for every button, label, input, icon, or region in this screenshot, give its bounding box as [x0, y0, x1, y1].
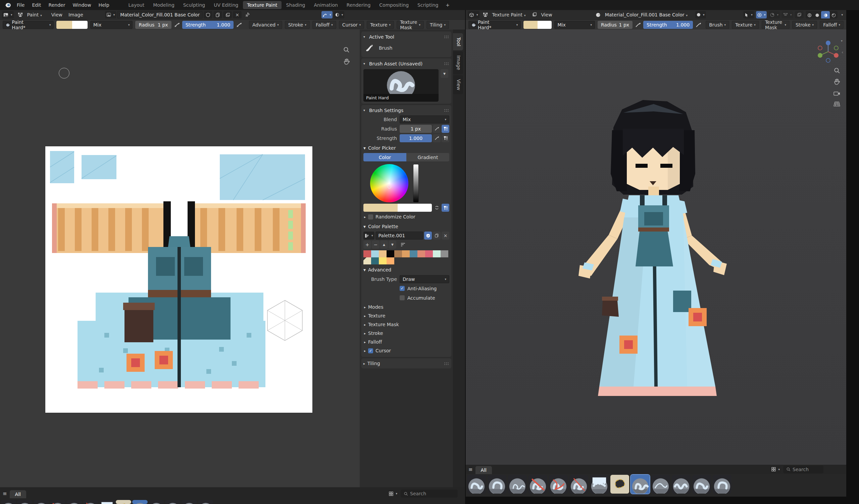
panel-header-brush-asset[interactable]: ▾Brush Asset (Unsaved) — [363, 59, 449, 68]
ie-shelf-tab-all[interactable]: All — [10, 490, 26, 498]
fake-user-shield-icon[interactable] — [204, 11, 212, 18]
radius-pressure-icon[interactable] — [635, 22, 641, 28]
picker-color-bar[interactable] — [363, 204, 432, 212]
menu-render[interactable]: Render — [45, 0, 69, 10]
subpanel-header-texture[interactable]: ▸Texture — [363, 311, 449, 320]
menu-edit[interactable]: Edit — [28, 0, 45, 10]
overlays-toggle[interactable]: ▾ — [334, 11, 345, 18]
vp-radius-slider[interactable]: Radius1 px — [598, 21, 633, 29]
shading-material-icon[interactable] — [821, 11, 830, 18]
radius-slider[interactable]: 1 px — [400, 125, 432, 133]
workspace-tab-scripting[interactable]: Scripting — [413, 1, 442, 9]
navigation-gizmo[interactable] — [815, 39, 841, 64]
palette-swatch[interactable] — [402, 250, 410, 257]
brush-asset-slash[interactable] — [50, 500, 65, 504]
overlap-squares-icon[interactable] — [795, 11, 804, 18]
shading-rendered-icon[interactable] — [830, 11, 838, 18]
workspace-tab-shading[interactable]: Shading — [282, 1, 310, 9]
brush-asset-soft-blob[interactable] — [198, 500, 213, 504]
popover-brush[interactable]: Brush▾ — [706, 21, 729, 29]
brush-asset-hard-squiggle-selected[interactable] — [631, 475, 650, 493]
brush-asset-pen-scratch[interactable] — [33, 500, 49, 504]
brush-asset-wave[interactable] — [672, 475, 691, 493]
value-slider[interactable] — [413, 164, 419, 202]
workspace-tab-modeling[interactable]: Modeling — [149, 1, 179, 9]
brush-asset-soft-blob[interactable] — [713, 475, 732, 493]
popover-advanced[interactable]: Advanced▾ — [249, 21, 282, 29]
brush-asset-lasso[interactable] — [611, 475, 629, 493]
palette-add-button[interactable]: + — [363, 241, 371, 249]
vp-shelf-search-input[interactable]: Search — [783, 465, 824, 473]
brush-asset-soft-scribble[interactable] — [182, 500, 197, 504]
workspace-tab-compositing[interactable]: Compositing — [375, 1, 413, 9]
texture-canvas[interactable] — [45, 146, 312, 413]
brush-asset-curve-slash[interactable] — [66, 500, 82, 504]
randomize-checkbox[interactable] — [368, 214, 373, 219]
vp-mode-dropdown[interactable]: Texture Paint▾ — [489, 12, 529, 17]
workspace-add-button[interactable]: + — [443, 1, 452, 9]
strength-unified-toggle[interactable] — [441, 134, 449, 142]
palette-swatch[interactable] — [379, 250, 387, 257]
brush-asset-pen-scratch[interactable] — [508, 475, 527, 493]
menu-help[interactable]: Help — [95, 0, 113, 10]
blender-logo-icon[interactable] — [5, 3, 11, 8]
blend-dropdown[interactable]: Mix▾ — [400, 116, 449, 123]
popover-stroke[interactable]: Stroke▾ — [285, 21, 310, 29]
ie-blend-dropdown[interactable]: Mix▾ — [90, 21, 133, 29]
brush-asset-curve-slash[interactable] — [549, 475, 568, 493]
gizmos-toggle[interactable]: ▾ — [321, 11, 333, 18]
brush-asset-hard-squiggle[interactable] — [132, 500, 148, 504]
brush-asset-soft-scribble[interactable] — [1, 500, 16, 504]
color-wheel[interactable] — [370, 164, 408, 202]
picker-foreground-swatch[interactable] — [363, 204, 397, 212]
palette-unlink-button[interactable]: × — [441, 231, 449, 240]
palette-swatch[interactable] — [371, 250, 379, 257]
palette-swatch[interactable] — [418, 250, 425, 257]
menu-file[interactable]: File — [13, 0, 28, 10]
brush-asset-slash[interactable] — [528, 475, 547, 493]
workspace-tab-uv-editing[interactable]: UV Editing — [210, 1, 242, 9]
brush-asset-wave[interactable] — [165, 500, 181, 504]
panel-grip[interactable] — [444, 109, 449, 112]
brush-color-toggle[interactable] — [441, 204, 449, 212]
vp-strength-slider[interactable]: Strength1.000 — [643, 21, 693, 29]
brush-asset-soft-scribble[interactable] — [467, 475, 486, 493]
brush-asset-soft-blob[interactable] — [17, 500, 32, 504]
panel-grip[interactable] — [444, 35, 449, 38]
shelf-display-mode-button[interactable]: ▾ — [388, 490, 398, 497]
unlink-image-icon[interactable]: × — [233, 11, 242, 18]
shelf-menu-icon[interactable]: ≡ — [3, 491, 7, 497]
subpanel-header-advanced[interactable]: ▾Advanced — [363, 265, 449, 274]
radius-pressure-icon[interactable] — [433, 125, 440, 133]
panel-header-brush-settings[interactable]: ▾Brush Settings — [363, 106, 449, 114]
sidebar-tab-view[interactable]: View — [453, 75, 463, 94]
palette-copy-button[interactable] — [433, 231, 440, 240]
ie-menu-view[interactable]: View — [48, 12, 65, 17]
popover-texture-mask[interactable]: Texture Mask▾ — [397, 21, 424, 29]
palette-swatch[interactable] — [379, 257, 387, 264]
strength-pressure-icon[interactable] — [433, 134, 440, 142]
menu-window[interactable]: Window — [69, 0, 95, 10]
brush-asset-thin-slash[interactable] — [83, 500, 98, 504]
radius-pressure-icon[interactable] — [174, 22, 180, 28]
palette-swatch[interactable] — [425, 250, 433, 257]
picker-tab-gradient[interactable]: Gradient — [406, 153, 449, 162]
strength-slider[interactable]: 1.000 — [400, 134, 432, 142]
palette-swatch[interactable] — [440, 250, 448, 257]
workspace-tab-layout[interactable]: Layout — [124, 1, 149, 9]
object-box-icon[interactable] — [532, 12, 537, 17]
palette-browse-button[interactable]: ▾ — [363, 231, 375, 240]
panel-grip[interactable] — [444, 62, 449, 65]
zoom-widget-icon[interactable] — [343, 46, 350, 53]
brush-asset-drip[interactable] — [99, 500, 115, 504]
select-mode-icon[interactable]: ▾ — [743, 11, 754, 18]
vp-shelf-tab-all[interactable]: All — [476, 466, 492, 474]
workspace-tab-animation[interactable]: Animation — [310, 1, 342, 9]
picker-background-swatch[interactable] — [397, 204, 432, 212]
palette-swatch[interactable] — [394, 250, 402, 257]
strength-pressure-icon[interactable] — [696, 22, 701, 28]
accumulate-checkbox[interactable] — [400, 295, 405, 300]
sidebar-pullout-arrow[interactable]: ‹ — [842, 50, 843, 55]
brush-asset-thin-slash[interactable] — [569, 475, 588, 493]
shading-solid-icon[interactable] — [813, 11, 821, 18]
